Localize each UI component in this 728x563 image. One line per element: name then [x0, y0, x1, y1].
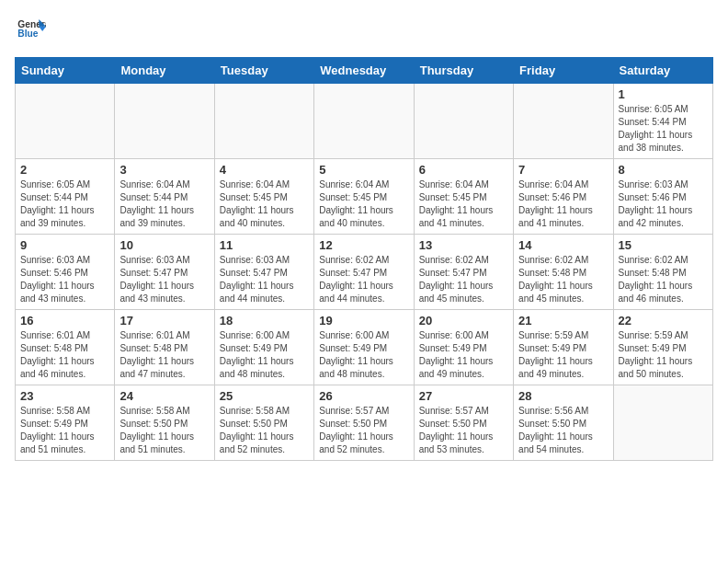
day-info: Sunrise: 6:02 AM Sunset: 5:48 PM Dayligh… [619, 254, 708, 305]
calendar-cell [314, 84, 414, 159]
weekday-header-row: SundayMondayTuesdayWednesdayThursdayFrid… [16, 58, 713, 84]
day-info: Sunrise: 5:59 AM Sunset: 5:49 PM Dayligh… [518, 329, 608, 381]
calendar-cell: 16Sunrise: 6:01 AM Sunset: 5:48 PM Dayli… [16, 310, 115, 385]
calendar-cell [514, 84, 613, 159]
day-info: Sunrise: 6:05 AM Sunset: 5:44 PM Dayligh… [20, 178, 109, 230]
calendar-week-row: 2Sunrise: 6:05 AM Sunset: 5:44 PM Daylig… [16, 159, 713, 235]
weekday-header-tuesday: Tuesday [214, 58, 313, 84]
day-info: Sunrise: 5:58 AM Sunset: 5:50 PM Dayligh… [220, 405, 309, 456]
weekday-header-friday: Friday [514, 58, 613, 84]
day-info: Sunrise: 6:01 AM Sunset: 5:48 PM Dayligh… [119, 329, 209, 381]
day-number: 6 [419, 163, 508, 177]
logo: General Blue [15, 15, 46, 48]
day-number: 24 [119, 389, 209, 403]
calendar-cell: 8Sunrise: 6:03 AM Sunset: 5:46 PM Daylig… [613, 159, 712, 235]
calendar-cell: 13Sunrise: 6:02 AM Sunset: 5:47 PM Dayli… [414, 235, 513, 310]
day-number: 20 [419, 314, 508, 327]
day-number: 4 [220, 163, 309, 177]
calendar-cell: 2Sunrise: 6:05 AM Sunset: 5:44 PM Daylig… [16, 159, 115, 235]
calendar-cell: 9Sunrise: 6:03 AM Sunset: 5:46 PM Daylig… [16, 235, 115, 310]
calendar-table: SundayMondayTuesdayWednesdayThursdayFrid… [15, 57, 713, 461]
day-number: 2 [20, 163, 109, 177]
calendar-week-row: 1Sunrise: 6:05 AM Sunset: 5:44 PM Daylig… [16, 84, 713, 159]
day-info: Sunrise: 5:58 AM Sunset: 5:49 PM Dayligh… [20, 405, 109, 456]
day-number: 10 [119, 238, 209, 252]
calendar-cell: 17Sunrise: 6:01 AM Sunset: 5:48 PM Dayli… [115, 310, 214, 385]
day-number: 13 [419, 238, 508, 252]
day-number: 1 [619, 87, 708, 101]
calendar-week-row: 23Sunrise: 5:58 AM Sunset: 5:49 PM Dayli… [16, 385, 713, 461]
calendar-cell: 10Sunrise: 6:03 AM Sunset: 5:47 PM Dayli… [115, 235, 214, 310]
calendar-cell [16, 84, 115, 159]
calendar-cell: 21Sunrise: 5:59 AM Sunset: 5:49 PM Dayli… [514, 310, 613, 385]
day-number: 19 [319, 314, 408, 327]
calendar-cell [613, 385, 712, 461]
calendar-cell: 18Sunrise: 6:00 AM Sunset: 5:49 PM Dayli… [214, 310, 313, 385]
day-info: Sunrise: 6:00 AM Sunset: 5:49 PM Dayligh… [220, 329, 309, 381]
weekday-header-thursday: Thursday [414, 58, 513, 84]
calendar-cell [214, 84, 313, 159]
day-number: 22 [619, 314, 708, 327]
day-number: 15 [619, 238, 708, 252]
day-info: Sunrise: 5:59 AM Sunset: 5:49 PM Dayligh… [619, 329, 708, 381]
day-info: Sunrise: 6:03 AM Sunset: 5:46 PM Dayligh… [619, 178, 708, 230]
calendar-cell: 27Sunrise: 5:57 AM Sunset: 5:50 PM Dayli… [414, 385, 513, 461]
calendar-cell: 24Sunrise: 5:58 AM Sunset: 5:50 PM Dayli… [115, 385, 214, 461]
calendar-cell [414, 84, 513, 159]
calendar-cell: 19Sunrise: 6:00 AM Sunset: 5:49 PM Dayli… [314, 310, 414, 385]
day-info: Sunrise: 6:02 AM Sunset: 5:48 PM Dayligh… [518, 254, 608, 305]
day-info: Sunrise: 6:00 AM Sunset: 5:49 PM Dayligh… [319, 329, 408, 381]
calendar-cell: 25Sunrise: 5:58 AM Sunset: 5:50 PM Dayli… [214, 385, 313, 461]
calendar-cell: 28Sunrise: 5:56 AM Sunset: 5:50 PM Dayli… [514, 385, 613, 461]
day-info: Sunrise: 6:03 AM Sunset: 5:47 PM Dayligh… [220, 254, 309, 305]
calendar-cell: 22Sunrise: 5:59 AM Sunset: 5:49 PM Dayli… [613, 310, 712, 385]
calendar-cell: 3Sunrise: 6:04 AM Sunset: 5:44 PM Daylig… [115, 159, 214, 235]
day-number: 18 [220, 314, 309, 327]
day-number: 28 [518, 389, 608, 403]
day-info: Sunrise: 6:03 AM Sunset: 5:46 PM Dayligh… [20, 254, 109, 305]
calendar-cell: 20Sunrise: 6:00 AM Sunset: 5:49 PM Dayli… [414, 310, 513, 385]
day-info: Sunrise: 6:00 AM Sunset: 5:49 PM Dayligh… [419, 329, 508, 381]
day-info: Sunrise: 6:02 AM Sunset: 5:47 PM Dayligh… [419, 254, 508, 305]
calendar-cell: 11Sunrise: 6:03 AM Sunset: 5:47 PM Dayli… [214, 235, 313, 310]
calendar-cell: 14Sunrise: 6:02 AM Sunset: 5:48 PM Dayli… [514, 235, 613, 310]
day-number: 14 [518, 238, 608, 252]
calendar-cell: 12Sunrise: 6:02 AM Sunset: 5:47 PM Dayli… [314, 235, 414, 310]
page-header: General Blue [15, 15, 713, 48]
svg-text:Blue: Blue [17, 29, 38, 39]
day-info: Sunrise: 5:58 AM Sunset: 5:50 PM Dayligh… [119, 405, 209, 456]
calendar-week-row: 16Sunrise: 6:01 AM Sunset: 5:48 PM Dayli… [16, 310, 713, 385]
calendar-cell [115, 84, 214, 159]
calendar-cell: 26Sunrise: 5:57 AM Sunset: 5:50 PM Dayli… [314, 385, 414, 461]
day-number: 11 [220, 238, 309, 252]
day-number: 26 [319, 389, 408, 403]
day-info: Sunrise: 6:01 AM Sunset: 5:48 PM Dayligh… [20, 329, 109, 381]
day-number: 17 [119, 314, 209, 327]
day-number: 7 [518, 163, 608, 177]
day-number: 25 [220, 389, 309, 403]
day-number: 3 [119, 163, 209, 177]
day-info: Sunrise: 6:03 AM Sunset: 5:47 PM Dayligh… [119, 254, 209, 305]
day-info: Sunrise: 5:56 AM Sunset: 5:50 PM Dayligh… [518, 405, 608, 456]
day-number: 27 [419, 389, 508, 403]
day-info: Sunrise: 6:02 AM Sunset: 5:47 PM Dayligh… [319, 254, 408, 305]
calendar-cell: 6Sunrise: 6:04 AM Sunset: 5:45 PM Daylig… [414, 159, 513, 235]
day-info: Sunrise: 6:04 AM Sunset: 5:46 PM Dayligh… [518, 178, 608, 230]
day-info: Sunrise: 5:57 AM Sunset: 5:50 PM Dayligh… [419, 405, 508, 456]
day-info: Sunrise: 6:04 AM Sunset: 5:44 PM Dayligh… [119, 178, 209, 230]
calendar-cell: 7Sunrise: 6:04 AM Sunset: 5:46 PM Daylig… [514, 159, 613, 235]
weekday-header-wednesday: Wednesday [314, 58, 414, 84]
weekday-header-monday: Monday [115, 58, 214, 84]
day-info: Sunrise: 6:04 AM Sunset: 5:45 PM Dayligh… [319, 178, 408, 230]
calendar-cell: 5Sunrise: 6:04 AM Sunset: 5:45 PM Daylig… [314, 159, 414, 235]
calendar-cell: 15Sunrise: 6:02 AM Sunset: 5:48 PM Dayli… [613, 235, 712, 310]
logo-icon: General Blue [17, 15, 46, 44]
day-info: Sunrise: 6:05 AM Sunset: 5:44 PM Dayligh… [619, 103, 708, 155]
day-number: 9 [20, 238, 109, 252]
day-info: Sunrise: 6:04 AM Sunset: 5:45 PM Dayligh… [419, 178, 508, 230]
day-number: 21 [518, 314, 608, 327]
day-info: Sunrise: 6:04 AM Sunset: 5:45 PM Dayligh… [220, 178, 309, 230]
weekday-header-saturday: Saturday [613, 58, 712, 84]
day-number: 12 [319, 238, 408, 252]
calendar-cell: 23Sunrise: 5:58 AM Sunset: 5:49 PM Dayli… [16, 385, 115, 461]
